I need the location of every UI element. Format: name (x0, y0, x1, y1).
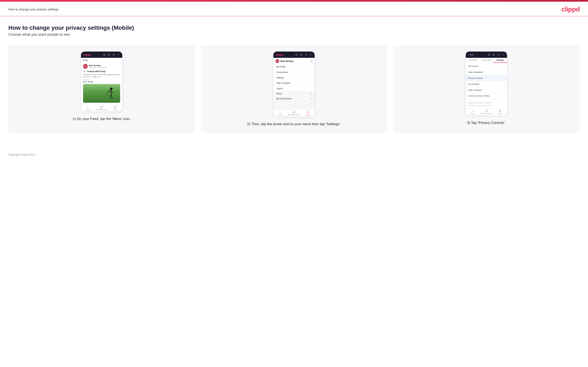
settings-item-data-integrations[interactable]: Data Integrations › (466, 69, 507, 75)
bottom-nav-home-label: Home (471, 113, 475, 115)
back-button[interactable]: < Back (468, 54, 474, 56)
step-2-caption: 2) Then, tap the arrow next to your name… (247, 121, 341, 127)
settings-icon[interactable] (497, 53, 500, 56)
settings-item-golf-bag[interactable]: My Golf Bag › (466, 81, 507, 87)
settings-icon[interactable] (112, 53, 115, 56)
menu-avatar: BM (276, 59, 279, 63)
bottom-nav-menu[interactable]: ☰ Menu (108, 105, 122, 111)
home-icon: ⌂ (472, 109, 474, 112)
bottom-nav-menu-label: Menu (113, 109, 117, 111)
home-icon: ⌂ (279, 111, 281, 114)
settings-item-privacy-policy-label: Service & Privacy Policy (468, 95, 490, 97)
chevron-down-icon[interactable] (502, 53, 505, 56)
user-icon[interactable] (492, 53, 495, 56)
post-title: 🏌 Lesson with Fordy (83, 70, 120, 73)
chevron-right-icon: › (504, 77, 504, 79)
settings-item-privacy[interactable]: Privacy Controls › (466, 75, 507, 81)
tab-my-profile[interactable]: My Profile (466, 58, 480, 63)
settings-item-myaccount-label: My Account (468, 65, 478, 67)
external-link-icon: ↗ (503, 89, 504, 91)
back-label: Back (469, 54, 474, 56)
chevron-down-icon: ∨ (310, 98, 312, 100)
settings-item-data-integrations-label: Data Integrations (468, 71, 483, 73)
bottom-nav-menu-label: Menu (498, 113, 502, 115)
main-content: How to change your privacy settings (Mob… (0, 16, 588, 150)
settings-item-help-label: Help & Support (468, 89, 482, 91)
menu-user-name: Blair McHarg (280, 60, 293, 62)
menu-item-connections[interactable]: Connections (273, 70, 315, 75)
menu-section-home[interactable]: Home ∨ (273, 91, 315, 96)
header-title: How to change your privacy settings (8, 8, 59, 11)
svg-point-13 (301, 54, 302, 55)
post-title-text: Lesson with Fordy (87, 70, 105, 73)
step2-bottom-nav: ⌂ Home 📈 My Performance ✕ Menu (273, 109, 315, 117)
page-subheading: Choose what you want people to see (8, 33, 580, 37)
bottom-nav-performance[interactable]: 📈 My Performance (95, 105, 108, 111)
step2-app-logo: clippd (276, 53, 283, 56)
step-1-card: clippd (8, 45, 195, 133)
menu-user-chevron-up[interactable]: ∧ (311, 60, 312, 63)
menu-item-help[interactable]: Help & Support ↗ (273, 81, 315, 86)
menu-item-settings[interactable]: Settings (273, 75, 315, 81)
bottom-nav-menu-label: Menu (306, 114, 310, 116)
tab-settings-label: Settings (496, 59, 504, 61)
feed-tab: Feed (81, 58, 122, 62)
tab-settings[interactable]: Settings (493, 58, 507, 63)
bottom-nav-menu-close[interactable]: ✕ Menu (301, 110, 315, 117)
step-1-phone: clippd (81, 51, 122, 112)
bottom-nav-home[interactable]: ⌂ Home (466, 108, 480, 115)
tab-connections[interactable]: Connections (480, 58, 493, 63)
menu-item-logout[interactable]: Logout (273, 86, 315, 91)
external-link-icon: ↗ (310, 82, 312, 84)
post-user-row: BM Blair McHarg Yesterday · Sunningdale (83, 64, 120, 69)
step2-nav-icons (295, 53, 312, 56)
user-icon[interactable] (300, 53, 303, 56)
bottom-nav-home[interactable]: ⌂ Home (81, 105, 95, 111)
search-icon[interactable] (295, 53, 298, 56)
svg-point-15 (488, 54, 490, 55)
menu-icon: ☰ (114, 106, 117, 108)
bottom-nav-home[interactable]: ⌂ Home (273, 110, 287, 117)
menu-icon: ☰ (499, 109, 502, 112)
svg-point-14 (306, 54, 306, 55)
svg-point-2 (108, 54, 110, 55)
post-user-date: Yesterday · Sunningdale (89, 67, 107, 68)
svg-point-17 (493, 54, 494, 55)
settings-item-privacy-policy[interactable]: Service & Privacy Policy ↗ (466, 93, 507, 99)
menu-item-connections-label: Connections (276, 71, 288, 73)
menu-section-performance-label: My Performance (276, 98, 292, 100)
top-accent-bar (0, 0, 588, 2)
svg-line-16 (490, 55, 490, 56)
bottom-nav-menu[interactable]: ☰ Menu (493, 108, 507, 115)
menu-section-performance[interactable]: My Performance ∨ (273, 96, 315, 101)
svg-point-11 (295, 54, 297, 55)
external-link-icon: ↗ (503, 95, 504, 97)
tab-connections-label: Connections (481, 59, 492, 61)
bottom-nav-performance[interactable]: 📈 My Performance (480, 108, 493, 115)
bottom-nav-performance[interactable]: 📈 My Performance (287, 110, 301, 117)
step-1-caption: 1) On your Feed, tap the 'Menu' icon. (72, 116, 131, 122)
menu-user-info: BM Blair McHarg (276, 59, 293, 63)
bottom-nav-home-label: Home (278, 114, 282, 116)
settings-icon[interactable] (304, 53, 308, 56)
step3-navbar: < Back (466, 51, 507, 58)
svg-line-9 (111, 95, 112, 99)
svg-line-12 (297, 55, 298, 56)
search-icon[interactable] (487, 53, 491, 56)
step3-bottom-nav: ⌂ Home 📈 My Performance ☰ Menu (466, 108, 507, 115)
server-version: GQL Server Version: 2022.7.30-1 (468, 104, 504, 107)
chevron-down-icon[interactable] (309, 53, 312, 56)
svg-point-18 (498, 54, 499, 55)
search-icon[interactable] (103, 53, 106, 56)
bottom-nav-performance-label: My Performance (96, 109, 107, 111)
chevron-down-icon: ∨ (310, 92, 312, 95)
settings-item-privacy-label: Privacy Controls (468, 77, 483, 79)
settings-item-myaccount[interactable]: My Account › (466, 63, 507, 69)
settings-item-help[interactable]: Help & Support ↗ (466, 87, 507, 93)
menu-item-myprofile[interactable]: My Profile (273, 64, 315, 70)
chevron-right-icon: › (504, 71, 504, 73)
settings-tabs: My Profile Connections Settings (466, 58, 507, 63)
chevron-down-icon[interactable] (117, 53, 120, 56)
user-icon[interactable] (107, 53, 111, 56)
steps-grid: clippd (8, 45, 580, 133)
